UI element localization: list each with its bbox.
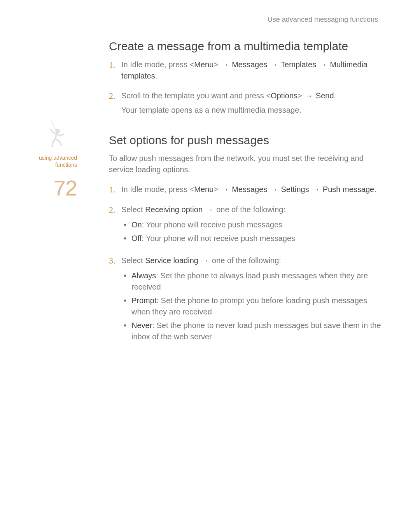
bullet-list: On: Your phone will receive push message… (121, 219, 381, 244)
step-body: Select Receiving option → one of the fol… (121, 204, 381, 246)
step-text: Scroll to the template you want and pres… (121, 90, 381, 101)
step-number: 2. (109, 204, 121, 246)
arrow-icon: → (270, 185, 279, 194)
sidebar: using advanced functions 72 (30, 119, 77, 201)
section-heading-2: Set options for push messages (109, 133, 381, 148)
bold-term: Menu (194, 60, 214, 69)
step-body: Scroll to the template you want and pres… (121, 90, 381, 116)
step-number: 1. (109, 59, 121, 82)
bullet-item: Always: Set the phone to always load pus… (131, 270, 381, 293)
section1-step: 1.In Idle mode, press <Menu> → Messages … (109, 59, 381, 82)
bullet-item: On: Your phone will receive push message… (131, 219, 381, 230)
step-number: 2. (109, 90, 121, 116)
arrow-icon: → (220, 185, 230, 194)
main-content: Create a message from a multimedia templ… (109, 39, 381, 353)
step-text: In Idle mode, press <Menu> → Messages → … (121, 59, 381, 82)
bold-term: Service loading (145, 256, 198, 265)
step-number: 3. (109, 255, 121, 345)
step-text: In Idle mode, press <Menu> → Messages → … (121, 184, 381, 195)
arrow-icon: → (270, 60, 279, 69)
bullet-label: Off (131, 234, 142, 243)
page-number: 72 (54, 175, 77, 201)
arrow-icon: → (205, 205, 214, 214)
bullet-label: Prompt (131, 296, 156, 305)
bold-term: Templates (281, 60, 316, 69)
arrow-icon: → (311, 185, 320, 194)
section-heading-1: Create a message from a multimedia templ… (109, 39, 381, 54)
bold-term: Options (271, 91, 298, 100)
bold-term: Send (316, 91, 334, 100)
bullet-text: : Your phone will receive push messages (142, 220, 282, 229)
bullet-item: Never: Set the phone to never load push … (131, 320, 381, 342)
bold-term: Receiving option (145, 205, 203, 214)
arrow-icon: → (318, 60, 328, 69)
section1-step: 2.Scroll to the template you want and pr… (109, 90, 381, 116)
arrow-icon: → (304, 91, 313, 100)
arrow-icon: → (200, 256, 210, 265)
sidebar-label-line2: functions (55, 162, 77, 168)
bold-term: Settings (281, 185, 309, 194)
sidebar-section-label: using advanced functions (39, 155, 77, 168)
step-body: Select Service loading → one of the foll… (121, 255, 381, 345)
section2-step: 1.In Idle mode, press <Menu> → Messages … (109, 184, 381, 196)
sidebar-label-line1: using advanced (39, 155, 77, 161)
step-note: Your template opens as a new multimedia … (121, 105, 381, 116)
arrow-icon: → (220, 60, 230, 69)
bullet-text: : Set the phone to prompt you before loa… (131, 296, 367, 316)
bullet-text: : Set the phone to always load push mess… (131, 271, 368, 291)
bold-term: Messages (232, 185, 267, 194)
svg-point-1 (55, 129, 60, 133)
bullet-item: Prompt: Set the phone to prompt you befo… (131, 295, 381, 318)
bold-term: Push message (323, 185, 374, 194)
section2-step: 3.Select Service loading → one of the fo… (109, 255, 381, 345)
bullet-label: Never (131, 321, 152, 330)
climber-icon (45, 119, 72, 152)
step-text: Select Receiving option → one of the fol… (121, 204, 381, 215)
bold-term: Messages (232, 60, 267, 69)
bullet-label: Always (131, 271, 156, 280)
step-text: Select Service loading → one of the foll… (121, 255, 381, 266)
step-body: In Idle mode, press <Menu> → Messages → … (121, 59, 381, 82)
bullet-text: : Your phone will not receive push messa… (142, 234, 295, 243)
bullet-list: Always: Set the phone to always load pus… (121, 270, 381, 342)
bullet-item: Off: Your phone will not receive push me… (131, 233, 381, 244)
step-body: In Idle mode, press <Menu> → Messages → … (121, 184, 381, 196)
section2-step: 2.Select Receiving option → one of the f… (109, 204, 381, 246)
section2-intro: To allow push messages from the network,… (109, 153, 381, 175)
bullet-label: On (131, 220, 142, 229)
bold-term: Menu (194, 185, 214, 194)
page-header: Use advanced messaging functions (268, 16, 378, 24)
step-number: 1. (109, 184, 121, 196)
bullet-text: : Set the phone to never load push messa… (131, 321, 381, 341)
